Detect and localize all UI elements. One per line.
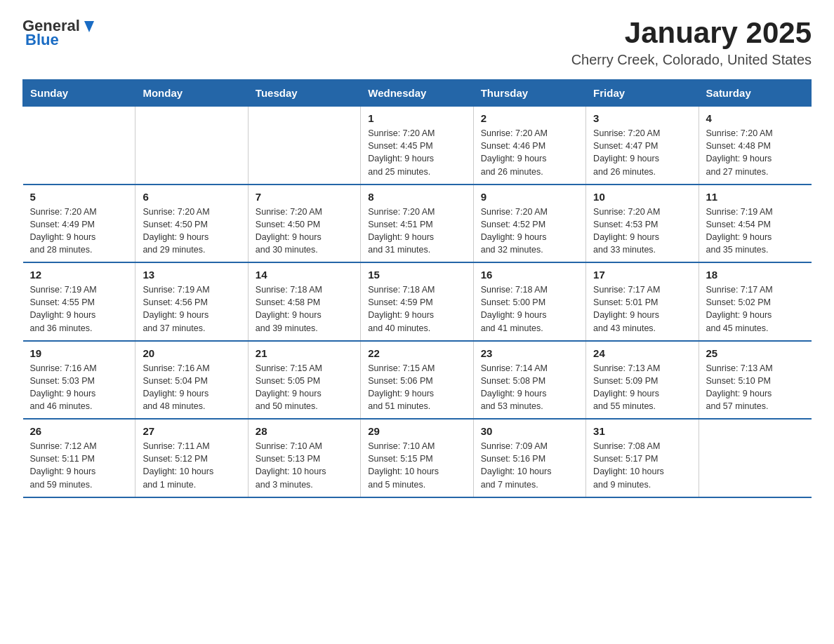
day-number: 1 [368, 112, 465, 124]
title-block: January 2025 Cherry Creek, Colorado, Uni… [571, 17, 812, 68]
day-number: 31 [593, 425, 691, 437]
day-info: Sunrise: 7:15 AM Sunset: 5:05 PM Dayligh… [256, 362, 353, 413]
day-info: Sunrise: 7:18 AM Sunset: 4:59 PM Dayligh… [368, 283, 465, 335]
day-info: Sunrise: 7:20 AM Sunset: 4:48 PM Dayligh… [706, 127, 805, 178]
day-info: Sunrise: 7:20 AM Sunset: 4:50 PM Dayligh… [256, 206, 353, 257]
calendar-cell: 18Sunrise: 7:17 AM Sunset: 5:02 PM Dayli… [699, 262, 811, 341]
logo-blue: Blue [25, 31, 59, 49]
calendar-table: SundayMondayTuesdayWednesdayThursdayFrid… [22, 79, 812, 498]
calendar-week-row: 12Sunrise: 7:19 AM Sunset: 4:55 PM Dayli… [23, 262, 812, 341]
calendar-cell [23, 107, 135, 185]
day-info: Sunrise: 7:19 AM Sunset: 4:55 PM Dayligh… [30, 283, 128, 335]
day-info: Sunrise: 7:20 AM Sunset: 4:47 PM Dayligh… [593, 127, 691, 178]
calendar-cell: 3Sunrise: 7:20 AM Sunset: 4:47 PM Daylig… [586, 107, 699, 185]
calendar-cell: 10Sunrise: 7:20 AM Sunset: 4:53 PM Dayli… [586, 185, 699, 263]
day-number: 28 [256, 425, 353, 437]
day-number: 25 [706, 347, 805, 359]
day-number: 20 [143, 347, 240, 359]
calendar-week-row: 1Sunrise: 7:20 AM Sunset: 4:45 PM Daylig… [23, 107, 812, 185]
day-info: Sunrise: 7:18 AM Sunset: 4:58 PM Dayligh… [256, 283, 353, 335]
calendar-cell: 25Sunrise: 7:13 AM Sunset: 5:10 PM Dayli… [699, 341, 811, 420]
day-number: 17 [593, 269, 691, 281]
day-number: 18 [706, 269, 805, 281]
calendar-week-row: 26Sunrise: 7:12 AM Sunset: 5:11 PM Dayli… [23, 419, 812, 497]
day-number: 14 [256, 269, 353, 281]
day-info: Sunrise: 7:13 AM Sunset: 5:09 PM Dayligh… [593, 362, 691, 413]
day-number: 19 [30, 347, 128, 359]
day-number: 2 [481, 112, 578, 124]
calendar-week-row: 5Sunrise: 7:20 AM Sunset: 4:49 PM Daylig… [23, 185, 812, 263]
logo-triangle-icon [81, 18, 97, 34]
calendar-cell: 27Sunrise: 7:11 AM Sunset: 5:12 PM Dayli… [135, 419, 248, 497]
day-number: 21 [256, 347, 353, 359]
day-info: Sunrise: 7:17 AM Sunset: 5:01 PM Dayligh… [593, 283, 691, 335]
day-number: 23 [481, 347, 578, 359]
calendar-cell: 16Sunrise: 7:18 AM Sunset: 5:00 PM Dayli… [473, 262, 585, 341]
calendar-cell: 4Sunrise: 7:20 AM Sunset: 4:48 PM Daylig… [699, 107, 811, 185]
day-info: Sunrise: 7:16 AM Sunset: 5:04 PM Dayligh… [143, 362, 240, 413]
calendar-header-tuesday: Tuesday [248, 80, 360, 107]
calendar-header-row: SundayMondayTuesdayWednesdayThursdayFrid… [23, 80, 812, 107]
day-info: Sunrise: 7:14 AM Sunset: 5:08 PM Dayligh… [481, 362, 578, 413]
day-info: Sunrise: 7:15 AM Sunset: 5:06 PM Dayligh… [368, 362, 465, 413]
day-number: 15 [368, 269, 465, 281]
day-info: Sunrise: 7:09 AM Sunset: 5:16 PM Dayligh… [481, 440, 578, 491]
calendar-title: January 2025 [571, 17, 812, 49]
calendar-week-row: 19Sunrise: 7:16 AM Sunset: 5:03 PM Dayli… [23, 341, 812, 420]
calendar-cell: 15Sunrise: 7:18 AM Sunset: 4:59 PM Dayli… [361, 262, 473, 341]
calendar-cell: 20Sunrise: 7:16 AM Sunset: 5:04 PM Dayli… [135, 341, 248, 420]
calendar-cell: 29Sunrise: 7:10 AM Sunset: 5:15 PM Dayli… [361, 419, 473, 497]
day-info: Sunrise: 7:17 AM Sunset: 5:02 PM Dayligh… [706, 283, 805, 335]
calendar-cell: 9Sunrise: 7:20 AM Sunset: 4:52 PM Daylig… [473, 185, 585, 263]
day-number: 3 [593, 112, 691, 124]
calendar-cell: 2Sunrise: 7:20 AM Sunset: 4:46 PM Daylig… [473, 107, 585, 185]
calendar-cell: 5Sunrise: 7:20 AM Sunset: 4:49 PM Daylig… [23, 185, 135, 263]
calendar-cell [699, 419, 811, 497]
page-header: General Blue January 2025 Cherry Creek, … [22, 17, 812, 68]
calendar-subtitle: Cherry Creek, Colorado, United States [571, 52, 812, 68]
day-info: Sunrise: 7:12 AM Sunset: 5:11 PM Dayligh… [30, 440, 128, 491]
day-info: Sunrise: 7:20 AM Sunset: 4:45 PM Dayligh… [368, 127, 465, 178]
day-info: Sunrise: 7:20 AM Sunset: 4:52 PM Dayligh… [481, 206, 578, 257]
day-number: 24 [593, 347, 691, 359]
day-number: 10 [593, 191, 691, 203]
calendar-cell: 12Sunrise: 7:19 AM Sunset: 4:55 PM Dayli… [23, 262, 135, 341]
calendar-header-thursday: Thursday [473, 80, 585, 107]
day-info: Sunrise: 7:11 AM Sunset: 5:12 PM Dayligh… [143, 440, 240, 491]
day-info: Sunrise: 7:20 AM Sunset: 4:50 PM Dayligh… [143, 206, 240, 257]
calendar-cell: 21Sunrise: 7:15 AM Sunset: 5:05 PM Dayli… [248, 341, 360, 420]
day-info: Sunrise: 7:19 AM Sunset: 4:54 PM Dayligh… [706, 206, 805, 257]
calendar-cell: 7Sunrise: 7:20 AM Sunset: 4:50 PM Daylig… [248, 185, 360, 263]
day-info: Sunrise: 7:19 AM Sunset: 4:56 PM Dayligh… [143, 283, 240, 335]
day-info: Sunrise: 7:20 AM Sunset: 4:49 PM Dayligh… [30, 206, 128, 257]
day-number: 27 [143, 425, 240, 437]
calendar-cell [135, 107, 248, 185]
day-info: Sunrise: 7:08 AM Sunset: 5:17 PM Dayligh… [593, 440, 691, 491]
calendar-cell: 8Sunrise: 7:20 AM Sunset: 4:51 PM Daylig… [361, 185, 473, 263]
day-number: 16 [481, 269, 578, 281]
calendar-header-wednesday: Wednesday [361, 80, 473, 107]
calendar-cell: 17Sunrise: 7:17 AM Sunset: 5:01 PM Dayli… [586, 262, 699, 341]
day-info: Sunrise: 7:20 AM Sunset: 4:51 PM Dayligh… [368, 206, 465, 257]
calendar-header-friday: Friday [586, 80, 699, 107]
calendar-cell: 11Sunrise: 7:19 AM Sunset: 4:54 PM Dayli… [699, 185, 811, 263]
calendar-cell: 26Sunrise: 7:12 AM Sunset: 5:11 PM Dayli… [23, 419, 135, 497]
day-info: Sunrise: 7:20 AM Sunset: 4:46 PM Dayligh… [481, 127, 578, 178]
day-info: Sunrise: 7:16 AM Sunset: 5:03 PM Dayligh… [30, 362, 128, 413]
day-info: Sunrise: 7:13 AM Sunset: 5:10 PM Dayligh… [706, 362, 805, 413]
day-number: 26 [30, 425, 128, 437]
svg-marker-0 [84, 21, 94, 32]
calendar-cell: 30Sunrise: 7:09 AM Sunset: 5:16 PM Dayli… [473, 419, 585, 497]
day-number: 7 [256, 191, 353, 203]
calendar-header-sunday: Sunday [23, 80, 135, 107]
day-number: 30 [481, 425, 578, 437]
day-number: 9 [481, 191, 578, 203]
calendar-cell: 23Sunrise: 7:14 AM Sunset: 5:08 PM Dayli… [473, 341, 585, 420]
day-number: 29 [368, 425, 465, 437]
day-number: 6 [143, 191, 240, 203]
calendar-header-saturday: Saturday [699, 80, 811, 107]
calendar-cell: 1Sunrise: 7:20 AM Sunset: 4:45 PM Daylig… [361, 107, 473, 185]
calendar-cell: 19Sunrise: 7:16 AM Sunset: 5:03 PM Dayli… [23, 341, 135, 420]
calendar-cell: 28Sunrise: 7:10 AM Sunset: 5:13 PM Dayli… [248, 419, 360, 497]
day-number: 12 [30, 269, 128, 281]
